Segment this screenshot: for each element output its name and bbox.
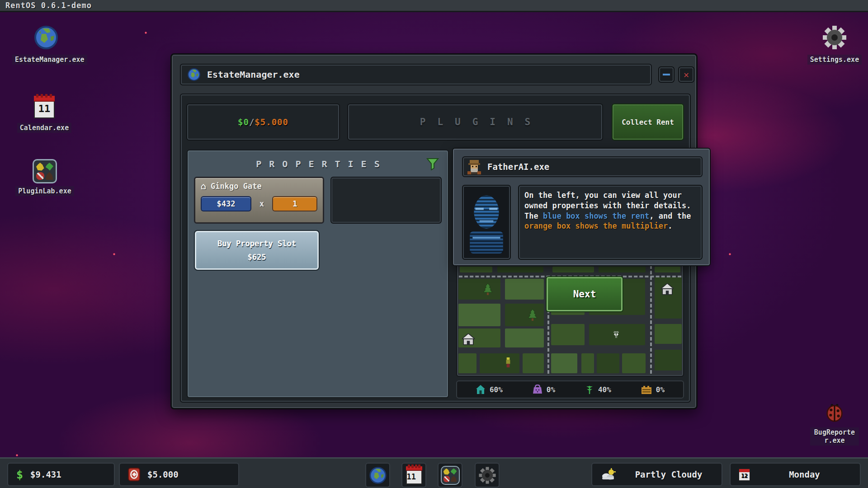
day-label: Monday [757,469,852,479]
plugins-section: PLUGINS [347,103,603,141]
property-name: Ginkgo Gate [211,182,262,191]
taskbar-goal-value: $5.000 [147,469,179,479]
map-block[interactable] [599,267,646,272]
window-titlebar[interactable]: EstateManager.exe [180,64,652,85]
filter-funnel-icon[interactable] [426,158,439,170]
properties-title: PROPERTIES [248,159,387,169]
globe-icon [33,25,59,50]
message-part: , and the [649,211,691,221]
ladybug-icon [824,402,845,423]
calendar-icon: 11 [34,96,55,118]
property-card-ginkgo-gate[interactable]: ⌂ Ginkgo Gate $432 x 1 [194,177,324,224]
plant-icon [585,385,594,394]
taskbar-app-settings[interactable] [475,463,500,488]
taskbar-app-pluginlab[interactable] [438,463,462,488]
properties-header: PROPERTIES [194,155,442,173]
desktop-icon-estatemanager[interactable]: EstateManager.exe [12,25,80,65]
minimize-button[interactable] [658,66,675,83]
taskbar-app-calendar[interactable]: 11 [401,463,426,488]
map-block[interactable] [458,279,500,300]
tutorial-next-button[interactable]: Next [546,276,623,312]
map-block[interactable] [458,304,500,326]
collect-rent-label: Collect Rent [622,118,674,127]
gear-icon [822,25,847,50]
map-block[interactable] [523,353,544,373]
map-block[interactable] [597,353,619,373]
desktop-icon-pluginlab[interactable]: PluginLab.exe [11,159,79,196]
multiply-sign: x [259,199,264,208]
map-block[interactable] [497,267,544,272]
map-block[interactable] [458,353,476,373]
taskbar-money-display: $ $9.431 [7,463,115,486]
close-button[interactable]: ✕ [678,66,694,83]
close-icon: ✕ [684,70,689,79]
map-block[interactable] [460,267,492,272]
map-block[interactable] [622,353,646,373]
desktop-icon-settings[interactable]: Settings.exe [801,25,868,65]
buy-property-slot-button[interactable]: Buy Property Slot $625 [194,230,320,271]
stat-commercial: 0% [533,385,555,394]
message-part-multiplier: orange box shows the multiplier [524,221,668,230]
fatherai-dialog: FatherAI.exe On the left, you can view a… [452,148,711,266]
dialog-titlebar[interactable]: FatherAI.exe [462,156,703,177]
rent-goal-display: $0/$5.000 [186,103,340,141]
map-block[interactable] [655,324,682,344]
partly-cloudy-icon [600,468,617,481]
map-block[interactable] [551,324,585,345]
gear-icon [478,466,496,484]
map-block[interactable] [551,353,577,373]
taskbar-app-estatemanager[interactable] [365,463,390,488]
desktop-icon-label: Settings.exe [807,55,862,65]
message-part: . [668,221,672,230]
map-block[interactable] [480,353,519,373]
desktop-icon-label: EstateManager.exe [12,55,87,65]
target-icon [128,468,140,481]
desktop-icon-label: Calendar.exe [17,123,71,133]
stat-value: 0% [547,385,555,394]
taskbar-weather-widget: Partly Cloudy [591,463,722,486]
collect-rent-button[interactable]: Collect Rent [612,103,684,141]
taskbar-goal-display: $5.000 [119,463,239,486]
dollar-icon: $ [16,468,23,481]
os-title: RentOS 0.6.1-demo [5,1,92,10]
calendar-icon: 11 [406,466,422,484]
house-icon: ⌂ [201,182,206,191]
property-card-grid: ⌂ Ginkgo Gate $432 x 1 [194,177,442,224]
multiplier-chip[interactable]: 1 [272,196,317,211]
stat-residential: 60% [476,385,503,394]
desktop-icon-calendar[interactable]: 11 Calendar.exe [10,96,78,133]
map-block[interactable] [589,324,646,345]
money-current: $0 [238,117,249,127]
stat-nature: 40% [585,385,611,394]
map-block[interactable] [655,267,681,272]
buy-slot-price: $625 [248,253,266,262]
calendar-day-number: 11 [407,472,421,481]
rent-value-chip[interactable]: $432 [201,196,251,211]
properties-panel: PROPERTIES ⌂ Ginkgo Gate $4 [187,150,449,398]
map-block[interactable] [505,304,544,326]
mini-calendar-day: 12 [739,473,750,479]
map-block[interactable] [581,353,594,373]
pluginlab-icon [441,466,460,485]
map-block[interactable] [655,350,682,371]
stat-value: 60% [490,385,503,394]
os-titlebar: RentOS 0.6.1-demo [0,0,868,12]
stat-value: 40% [598,385,611,394]
calendar-day-number: 11 [35,103,54,114]
desktop-icon-label: BugReporter.exe [810,427,859,446]
dialog-title: FatherAI.exe [487,162,549,172]
taskbar-money-value: $9.431 [30,469,61,479]
buy-slot-label: Buy Property Slot [217,239,296,248]
map-block[interactable] [505,279,544,300]
dashed-road-vertical [650,265,652,374]
stat-industrial: 0% [641,385,665,394]
desktop-icon-bugreporter[interactable]: BugReporter.exe [801,402,868,446]
map-block[interactable] [552,267,594,272]
empty-property-slot [330,177,442,224]
mini-calendar-icon: 12 [739,469,750,481]
map-block[interactable] [655,277,682,319]
map-block[interactable] [458,328,500,347]
map-block[interactable] [505,328,544,347]
window-title: EstateManager.exe [207,69,300,80]
desktop: RentOS 0.6.1-demo EstateManager.exe 11 C… [0,0,868,488]
